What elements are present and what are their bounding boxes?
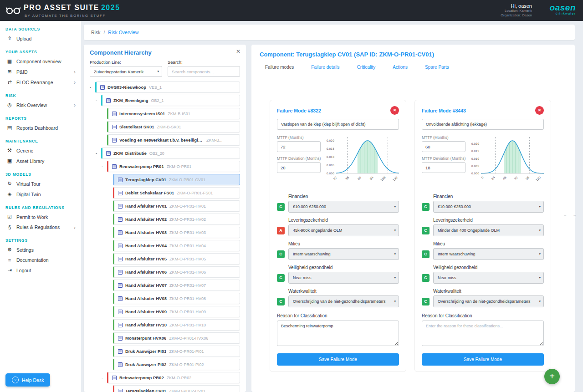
classification-select[interactable]: 45k-900k ongeplande OLM: [288, 224, 399, 236]
tree-row: Hand Afsluiter HV06ZKM-O-PR01-HV06: [107, 266, 240, 278]
add-failure-mode-button[interactable]: +: [544, 369, 560, 384]
classification-select[interactable]: Overschrijding van de niet-gezondheidspa…: [288, 295, 399, 307]
chevron-right-icon: ›: [74, 79, 76, 85]
classification-select[interactable]: Minder dan 400 Ongeplande OLM: [433, 224, 544, 236]
component-search-input[interactable]: [168, 66, 240, 77]
failure-description-input[interactable]: [277, 119, 399, 130]
classification-select[interactable]: Intern waarschuwing: [288, 248, 399, 260]
save-failure-mode-button[interactable]: Save Failure Mode: [277, 353, 399, 366]
sidebar-item-permit-to-work[interactable]: ☑Permit to Work: [0, 212, 81, 222]
tree-node[interactable]: Reinwaterpomp PR02ZKM-O-PR02: [107, 372, 240, 383]
panel-resize-grip[interactable]: ≡: [573, 214, 576, 219]
sidebar-item-upload[interactable]: ⇧Upload: [0, 33, 81, 44]
mttf-deviation-input[interactable]: [277, 162, 321, 173]
reports-icon: ▤: [6, 125, 13, 131]
tree-node[interactable]: Druk Aanwijzer PI02ZKM-O-PR01-PI02: [113, 359, 240, 370]
classification-badge: C: [277, 298, 285, 305]
tree-node[interactable]: Sleutelkast SK01ZKM-B-SK01: [107, 121, 240, 132]
delete-failure-mode-button[interactable]: ✕: [535, 106, 544, 115]
sidebar-section-header: 3D MODELS: [5, 172, 81, 177]
tree-node[interactable]: Terugslagklep CV01ZKM-O-PR01-CV01: [113, 174, 240, 185]
help-desk-button[interactable]: ? Help Desk: [5, 373, 50, 387]
sidebar-item-logout[interactable]: ⇥Logout: [0, 265, 81, 275]
breadcrumb-current[interactable]: Risk Overview: [108, 30, 138, 35]
tree-node[interactable]: Hand Afsluiter HV09ZKM-O-PR01-HV09: [113, 306, 240, 317]
tree-node[interactable]: Monsterpunt HVX06ZKM-O-PR01-HVX06: [113, 332, 240, 344]
sidebar-item-virtual-tour[interactable]: ↻Virtual Tour: [0, 178, 81, 189]
tree-node-code: OB2_1: [151, 98, 164, 103]
classification-select[interactable]: €10.000-€250.000: [433, 201, 544, 213]
sidebar-item-rules-regulations[interactable]: §Rules & Regulations›: [0, 222, 81, 232]
classification-select[interactable]: Intern waarschuwing: [433, 248, 544, 260]
tree-node[interactable]: DVG03-NieuwkoopVES_1: [95, 81, 240, 93]
tree-collapse-toggle[interactable]: -: [90, 85, 95, 90]
tree-node[interactable]: Voeding en netwerkkast t.b.v. beveiligin…: [107, 134, 240, 146]
tree-collapse-toggle[interactable]: -: [96, 151, 101, 156]
classification-badge: C: [277, 250, 285, 258]
reason-textarea[interactable]: [422, 321, 544, 346]
breadcrumb-parent[interactable]: Risk: [91, 30, 100, 35]
sidebar-item-label: Asset Library: [16, 158, 44, 164]
tree-node[interactable]: Reinwaterpomp PR01ZKM-O-PR01: [107, 161, 240, 172]
tree-node[interactable]: Druk Aanwijzer PI01ZKM-O-PR01-PI01: [113, 346, 240, 357]
tree-node[interactable]: Hand Afsluiter HV05ZKM-O-PR01-HV05: [113, 253, 240, 265]
reason-textarea[interactable]: [277, 321, 399, 346]
sidebar-item-label: P&ID: [16, 69, 28, 75]
mttf-input[interactable]: [422, 141, 465, 152]
failure-description-input[interactable]: [422, 119, 544, 130]
mttf-deviation-input[interactable]: [422, 162, 465, 173]
save-failure-mode-button[interactable]: Save Failure Mode: [422, 353, 544, 366]
sidebar-item-reports-dashboard[interactable]: ▤Reports Dashboard: [0, 122, 81, 133]
tree-node[interactable]: Hand Afsluiter HV06ZKM-O-PR01-HV06: [113, 266, 240, 278]
tab-failure-details[interactable]: Failure details: [311, 65, 339, 74]
tree-node[interactable]: Intercomsysteem IS01ZKM-B-IS01: [107, 108, 240, 119]
tree-collapse-toggle[interactable]: -: [96, 98, 101, 103]
sidebar-item-generic[interactable]: ⚒Generic: [0, 145, 81, 156]
sidebar-item-asset-library[interactable]: ▣Asset Library: [0, 156, 81, 166]
sidebar-item-label: Virtual Tour: [16, 181, 41, 187]
sidebar-item-digital-twin[interactable]: ◈Digital Twin: [0, 189, 81, 199]
tree-node[interactable]: Hand Afsluiter HV04ZKM-O-PR01-HV04: [113, 240, 240, 251]
classification-badge: C: [422, 227, 430, 234]
tree-node[interactable]: Hand Afsluiter HV10ZKM-O-PR01-HV10: [113, 319, 240, 331]
tab-actions[interactable]: Actions: [393, 65, 408, 74]
tree-node[interactable]: Hand Afsluiter HV07ZKM-O-PR01-HV07: [113, 280, 240, 291]
classification-select[interactable]: Overschrijding van de niet-gezondheidspa…: [433, 295, 544, 307]
classification-label: Financien: [433, 194, 544, 199]
tree-node[interactable]: Debiet Schakelaar FS01ZKM-O-PR01-FS01: [113, 187, 240, 199]
sidebar-item-documentation[interactable]: ≡Documentation: [0, 255, 81, 265]
mttf-input[interactable]: [277, 141, 321, 152]
sidebar-item-floc-rearrange[interactable]: ⇄FLOC Rearrange›: [0, 77, 81, 87]
tree-node[interactable]: ZKM_DistributieOB2_20: [101, 148, 240, 159]
classification-select[interactable]: €10.000-€250.000: [288, 201, 399, 213]
tree-collapse-toggle[interactable]: -: [102, 376, 107, 380]
delete-failure-mode-button[interactable]: ✕: [390, 106, 399, 115]
sidebar-item-settings[interactable]: ⚙Settings: [0, 244, 81, 255]
production-line-select[interactable]: Zuiveringsstation Kamerik: [90, 66, 162, 77]
classification-select[interactable]: Near miss: [433, 272, 544, 284]
tree-node[interactable]: ZKM_BeveiligingOB2_1: [101, 95, 240, 106]
tree-row: -Reinwaterpomp PR01ZKM-O-PR01: [102, 161, 240, 172]
tree-node[interactable]: Hand Afsluiter HV03ZKM-O-PR01-HV03: [113, 227, 240, 238]
tab-failure-modes[interactable]: Failure modes: [265, 65, 294, 74]
tab-criticality[interactable]: Criticality: [357, 65, 376, 74]
risk-icon: ◎: [6, 102, 13, 108]
tree-node[interactable]: Hand Afsluiter HV08ZKM-O-PR01-HV08: [113, 293, 240, 304]
tree-node[interactable]: Terugslagklep CV01ZKM-O-PR02-CV01: [113, 385, 240, 392]
tree-node-code: ZKM-O-PR01-HV06: [169, 270, 206, 275]
tree-node[interactable]: Hand Afsluiter HV01ZKM-O-PR01-HV01: [113, 200, 240, 212]
tree-node-code: ZKM-O-PR01: [167, 164, 192, 169]
tab-spare-parts[interactable]: Spare Parts: [425, 65, 449, 74]
classification-select[interactable]: Near miss: [288, 272, 399, 284]
app-logo-icon[interactable]: [5, 5, 21, 18]
sidebar-item-component-overview[interactable]: ▦Component overview: [0, 56, 81, 66]
tree-node-name: DVG03-Nieuwkoop: [107, 85, 146, 90]
tree-node-name: Terugslagklep CV01: [125, 177, 166, 182]
panel-resize-grip[interactable]: ≡: [564, 214, 567, 219]
close-panel-icon[interactable]: ✕: [236, 48, 240, 55]
svg-text:48: 48: [502, 176, 507, 181]
tree-node[interactable]: Hand Afsluiter HV02ZKM-O-PR01-HV02: [113, 214, 240, 225]
sidebar-item-p-id[interactable]: ⊞P&ID›: [0, 66, 81, 77]
tree-collapse-toggle[interactable]: -: [102, 164, 107, 169]
sidebar-item-risk-overview[interactable]: ◎Risk Overview›: [0, 100, 81, 110]
